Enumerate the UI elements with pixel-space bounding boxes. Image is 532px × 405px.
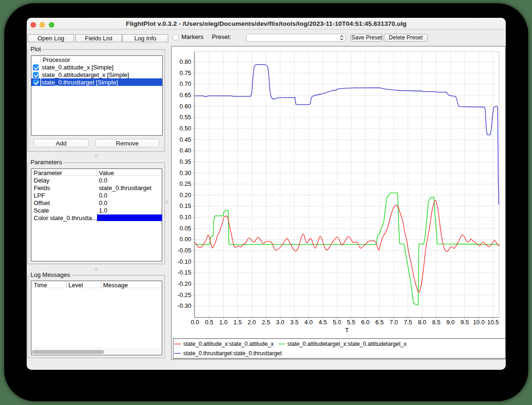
svg-text:0.05: 0.05 [180, 225, 191, 232]
svg-text:0.25: 0.25 [180, 180, 191, 187]
svg-text:0.30: 0.30 [180, 169, 191, 176]
svg-text:3.5: 3.5 [290, 319, 299, 326]
svg-text:5.5: 5.5 [347, 319, 355, 326]
svg-text:8.5: 8.5 [432, 319, 441, 326]
svg-text:0.65: 0.65 [180, 92, 191, 99]
svg-text:0.10: 0.10 [180, 214, 191, 221]
svg-text:0.75: 0.75 [180, 69, 191, 76]
svg-text:-0.25: -0.25 [178, 291, 191, 298]
svg-text:4.5: 4.5 [319, 319, 327, 326]
svg-text:0.55: 0.55 [180, 114, 191, 121]
svg-text:2.0: 2.0 [247, 319, 256, 326]
svg-text:4.0: 4.0 [304, 319, 313, 326]
svg-text:9.5: 9.5 [461, 319, 469, 326]
svg-text:2.5: 2.5 [262, 319, 270, 326]
svg-text:0.00: 0.00 [180, 236, 191, 243]
svg-text:0.50: 0.50 [180, 125, 191, 132]
svg-text:10.5: 10.5 [487, 319, 499, 326]
svg-text:-0.10: -0.10 [178, 258, 191, 265]
svg-text:0.15: 0.15 [180, 202, 191, 209]
svg-text:state_0.attitudetarget_x:state: state_0.attitudetarget_x:state_0.attitud… [287, 341, 406, 347]
svg-text:6.5: 6.5 [375, 319, 384, 326]
svg-text:T: T [345, 327, 349, 334]
svg-text:1.5: 1.5 [233, 319, 242, 326]
svg-text:0.45: 0.45 [180, 136, 191, 143]
svg-text:8.0: 8.0 [418, 319, 427, 326]
svg-text:7.0: 7.0 [390, 319, 398, 326]
svg-text:3.0: 3.0 [276, 319, 285, 326]
svg-text:-0.05: -0.05 [178, 247, 191, 254]
svg-text:state_0.attitude_x:state_0.att: state_0.attitude_x:state_0.attitude_x [183, 341, 274, 347]
svg-text:1.0: 1.0 [219, 319, 228, 326]
svg-text:0.70: 0.70 [180, 80, 191, 87]
svg-text:0.35: 0.35 [180, 158, 191, 165]
svg-text:-0.15: -0.15 [178, 269, 191, 276]
svg-text:6.0: 6.0 [361, 319, 370, 326]
svg-text:0.5: 0.5 [205, 319, 213, 326]
svg-text:0.80: 0.80 [180, 58, 191, 65]
svg-text:-0.20: -0.20 [178, 280, 191, 287]
svg-text:9.0: 9.0 [446, 319, 455, 326]
svg-text:0.60: 0.60 [180, 103, 191, 110]
svg-text:-0.30: -0.30 [178, 302, 191, 309]
svg-text:0.40: 0.40 [180, 147, 191, 154]
svg-text:state_0.thrusttarget:state_0.t: state_0.thrusttarget:state_0.thrusttarge… [183, 350, 282, 357]
svg-text:5.0: 5.0 [333, 319, 341, 326]
svg-text:7.5: 7.5 [404, 319, 412, 326]
svg-text:0.0: 0.0 [191, 319, 199, 326]
svg-text:10.0: 10.0 [473, 319, 485, 326]
svg-text:0.20: 0.20 [180, 191, 191, 199]
